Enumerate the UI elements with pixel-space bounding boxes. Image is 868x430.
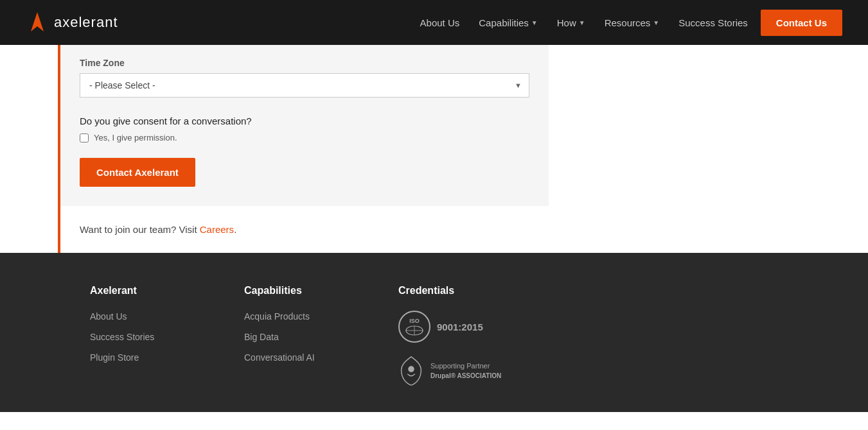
consent-section: Do you give consent for a conversation? …	[80, 116, 529, 142]
chevron-down-icon: ▼	[653, 19, 659, 26]
nav-item-capabilities[interactable]: Capabilities ▼	[479, 17, 537, 28]
drupal-text: Supporting Partner Drupal® ASSOCIATION	[430, 361, 501, 380]
footer-col-axelerant: Axelerant About Us Success Stories Plugi…	[90, 285, 231, 386]
footer-link-plugin[interactable]: Plugin Store	[90, 352, 139, 363]
list-item[interactable]: Acquia Products	[244, 311, 385, 322]
list-item[interactable]: About Us	[90, 311, 231, 322]
iso-badge: ISO 9001:2015	[398, 311, 842, 343]
careers-text-after: .	[234, 224, 236, 235]
footer-link-bigdata[interactable]: Big Data	[244, 332, 279, 342]
consent-label: Yes, I give permission.	[94, 133, 177, 142]
navigation: axelerant About Us Capabilities ▼ How ▼ …	[0, 0, 868, 45]
svg-marker-0	[31, 12, 44, 31]
timezone-select-wrapper: - Please Select -	[80, 73, 529, 98]
contact-us-button[interactable]: Contact Us	[761, 10, 842, 36]
consent-checkbox[interactable]	[80, 133, 89, 142]
submit-button[interactable]: Contact Axelerant	[80, 158, 195, 187]
consent-question: Do you give consent for a conversation?	[80, 116, 529, 126]
iso-text: 9001:2015	[437, 322, 483, 332]
list-item[interactable]: Conversational AI	[244, 352, 385, 363]
footer-col3-heading: Credentials	[398, 285, 842, 297]
careers-text-before: Want to join our team? Visit	[80, 224, 200, 235]
drupal-logo-icon	[398, 356, 424, 386]
drupal-association: Drupal® ASSOCIATION	[430, 372, 501, 381]
list-item[interactable]: Big Data	[244, 331, 385, 343]
iso-circle-icon: ISO	[398, 311, 430, 343]
footer-link-acquia[interactable]: Acquia Products	[244, 311, 310, 322]
nav-link-how[interactable]: How ▼	[557, 17, 585, 28]
footer: Axelerant About Us Success Stories Plugi…	[0, 253, 868, 412]
careers-link[interactable]: Careers	[200, 224, 234, 235]
logo[interactable]: axelerant	[26, 11, 118, 34]
list-item[interactable]: Plugin Store	[90, 352, 231, 363]
nav-link-capabilities[interactable]: Capabilities ▼	[479, 17, 537, 28]
nav-link-about[interactable]: About Us	[420, 17, 460, 28]
footer-grid: Axelerant About Us Success Stories Plugi…	[90, 285, 842, 386]
footer-col-credentials: Credentials ISO 9001:2015	[398, 285, 842, 386]
logo-text: axelerant	[54, 14, 118, 31]
footer-link-about[interactable]: About Us	[90, 311, 127, 322]
chevron-down-icon: ▼	[579, 19, 585, 26]
drupal-badge: Supporting Partner Drupal® ASSOCIATION	[398, 356, 842, 386]
consent-checkbox-row: Yes, I give permission.	[80, 133, 529, 142]
form-section: Time Zone - Please Select - Do you give …	[60, 45, 549, 206]
chevron-down-icon: ▼	[531, 19, 538, 26]
footer-col2-links: Acquia Products Big Data Conversational …	[244, 311, 385, 363]
careers-section: Want to join our team? Visit Careers.	[60, 206, 868, 253]
main-content: Time Zone - Please Select - Do you give …	[58, 45, 868, 253]
timezone-select[interactable]: - Please Select -	[80, 73, 529, 98]
footer-col1-heading: Axelerant	[90, 285, 231, 297]
footer-col-capabilities: Capabilities Acquia Products Big Data Co…	[244, 285, 385, 386]
nav-link-success[interactable]: Success Stories	[678, 17, 748, 28]
footer-col2-heading: Capabilities	[244, 285, 385, 297]
nav-item-resources[interactable]: Resources ▼	[605, 17, 660, 28]
nav-link-resources[interactable]: Resources ▼	[605, 17, 660, 28]
nav-item-how[interactable]: How ▼	[557, 17, 585, 28]
svg-point-4	[408, 366, 414, 372]
footer-link-success[interactable]: Success Stories	[90, 332, 154, 342]
footer-col1-links: About Us Success Stories Plugin Store	[90, 311, 231, 363]
nav-item-success[interactable]: Success Stories	[678, 17, 748, 28]
timezone-label: Time Zone	[80, 58, 529, 68]
nav-item-about[interactable]: About Us	[420, 17, 460, 28]
nav-links: About Us Capabilities ▼ How ▼ Resources …	[420, 17, 748, 28]
list-item[interactable]: Success Stories	[90, 331, 231, 343]
footer-link-conversational[interactable]: Conversational AI	[244, 352, 315, 363]
